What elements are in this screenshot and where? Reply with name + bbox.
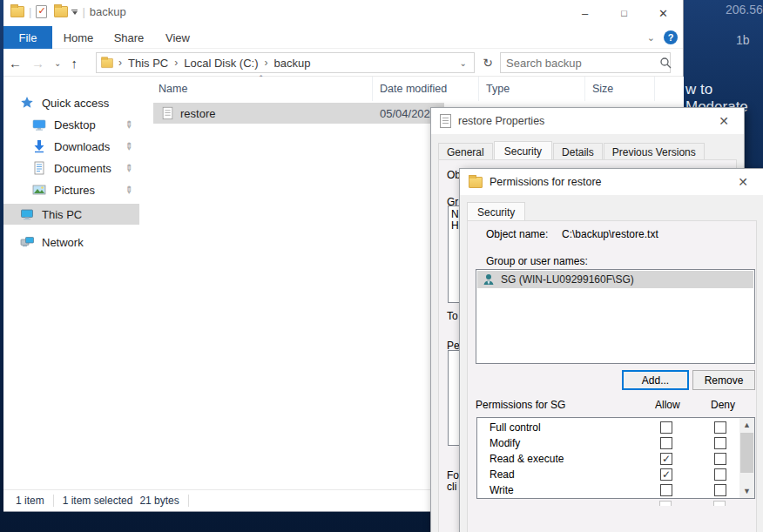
divider: | [29, 5, 31, 18]
ribbon-collapse-icon[interactable]: ⌄ [647, 32, 655, 44]
document-icon [31, 161, 47, 175]
allow-checkbox[interactable] [660, 437, 672, 449]
address-bar[interactable]: › This PC › Local Disk (C:) › backup ⌄ [96, 52, 475, 73]
tab-file[interactable]: File [3, 26, 52, 49]
sidebar-item-desktop[interactable]: Desktop ✎ [3, 114, 139, 135]
sidebar-item-downloads[interactable]: Downloads ✎ [3, 136, 139, 157]
clipped-checkbox [659, 501, 672, 506]
pin-icon: ✎ [122, 118, 136, 131]
deny-checkbox[interactable] [714, 453, 726, 465]
permission-row[interactable]: Write [477, 482, 739, 498]
deny-checkbox[interactable] [714, 468, 726, 481]
item-count: 1 item [16, 495, 44, 507]
permission-row[interactable]: Modify [477, 435, 739, 451]
sidebar-item-pictures[interactable]: Pictures ✎ [3, 179, 139, 200]
scrollbar-thumb[interactable] [740, 433, 753, 473]
search-input[interactable] [506, 57, 659, 70]
user-icon [482, 273, 496, 286]
permissions-for-label: Permissions for SG [476, 399, 565, 411]
group-or-user-names-label: Group or user names: [486, 255, 588, 267]
back-icon[interactable]: ← [9, 56, 22, 71]
divider [188, 495, 189, 507]
group-user-name: SG (WIN-LU09299160F\SG) [501, 273, 634, 286]
app-folder-icon [10, 6, 24, 17]
maximize-button[interactable]: □ [604, 0, 644, 26]
refresh-icon[interactable]: ↻ [478, 52, 497, 73]
forward-icon[interactable]: → [31, 56, 44, 71]
close-icon[interactable]: ✕ [725, 169, 761, 195]
object-name-label: Object name: [486, 228, 548, 240]
folder-icon[interactable] [54, 6, 68, 17]
search-box[interactable] [500, 52, 671, 73]
network-icon [19, 235, 35, 249]
column-header-size[interactable]: Size [585, 77, 655, 101]
allow-checkbox[interactable] [660, 468, 672, 481]
tab-view[interactable]: View [155, 26, 200, 49]
sidebar-item-documents[interactable]: Documents ✎ [3, 158, 139, 178]
column-header-name[interactable]: Name [139, 77, 373, 101]
minimize-button[interactable]: – [565, 0, 604, 26]
allow-checkbox[interactable] [660, 484, 672, 496]
star-icon [19, 96, 35, 110]
dialog-title-bar[interactable]: Permissions for restore [460, 169, 763, 195]
permission-name: Full control [490, 421, 541, 434]
tab-share[interactable]: Share [105, 26, 153, 49]
desktop-bg-text: 206.56 [726, 3, 763, 17]
column-header-type[interactable]: Type [479, 77, 585, 101]
sidebar-item-quick-access[interactable]: Quick access [3, 92, 139, 113]
permission-row[interactable]: Read [477, 467, 739, 482]
sidebar-item-this-pc[interactable]: This PC [3, 204, 139, 225]
occluded-advanced-hint-2: cli [447, 481, 456, 493]
qat-dropdown-icon[interactable] [71, 10, 78, 15]
scrollbar[interactable]: ▲ ▼ [739, 418, 754, 498]
dialog-title-bar[interactable]: restore Properties [431, 108, 744, 134]
selection-summary: 1 item selected [63, 495, 133, 507]
deny-checkbox[interactable] [714, 421, 726, 434]
title-bar[interactable]: | | backup – □ ✕ [3, 0, 683, 26]
add-button[interactable]: Add... [622, 370, 689, 390]
permission-row[interactable]: Read & execute [477, 451, 739, 467]
scroll-down-icon[interactable]: ▼ [739, 484, 754, 498]
permission-name: Write [490, 484, 514, 496]
scroll-up-icon[interactable]: ▲ [739, 418, 754, 432]
permission-row[interactable]: Full control [477, 420, 739, 435]
history-dropdown-icon[interactable]: ⌄ [54, 58, 61, 68]
breadcrumb-backup[interactable]: backup [273, 57, 310, 70]
up-icon[interactable]: ↑ [71, 56, 78, 71]
dialog-title: Permissions for restore [490, 176, 602, 188]
deny-checkbox[interactable] [714, 437, 726, 449]
column-header-date-modified[interactable]: Date modified [373, 77, 479, 101]
divider: | [82, 5, 84, 18]
object-name-value: C:\backup\restore.txt [562, 228, 658, 240]
breadcrumb-local-disk[interactable]: Local Disk (C:) [184, 57, 258, 70]
deny-column-label: Deny [711, 399, 735, 411]
help-icon[interactable]: ? [664, 30, 678, 44]
group-user-row-selected[interactable]: SG (WIN-LU09299160F\SG) [477, 271, 753, 288]
pin-icon: ✎ [122, 161, 136, 175]
sidebar-item-network[interactable]: Network [3, 232, 139, 253]
column-headers: Name Date modified Type Size [139, 77, 684, 101]
properties-check-icon[interactable] [36, 5, 47, 18]
permission-name: Read [490, 468, 515, 481]
allow-checkbox[interactable] [660, 453, 672, 465]
ribbon: File Home Share View ⌄ ? [3, 26, 683, 49]
pin-icon: ✎ [122, 183, 136, 197]
deny-checkbox[interactable] [714, 484, 726, 496]
breadcrumb-this-pc[interactable]: This PC [128, 57, 168, 70]
tab-home[interactable]: Home [54, 26, 103, 49]
close-icon[interactable]: ✕ [706, 108, 742, 134]
chevron-right-icon: › [118, 57, 122, 69]
allow-checkbox[interactable] [660, 421, 672, 434]
chevron-right-icon: › [264, 57, 267, 69]
allow-column-label: Allow [655, 399, 680, 411]
permissions-list[interactable]: ▲ ▼ Full controlModifyRead & executeRead… [476, 417, 755, 499]
close-button[interactable]: ✕ [644, 0, 683, 26]
selection-size: 21 bytes [139, 495, 179, 507]
address-dropdown-icon[interactable]: ⌄ [456, 58, 470, 68]
group-user-list[interactable]: SG (WIN-LU09299160F\SG) [476, 269, 755, 364]
search-icon[interactable] [659, 57, 672, 69]
clipped-checkbox [713, 501, 726, 506]
folder-icon [469, 177, 483, 188]
file-name[interactable]: restore [180, 107, 215, 120]
remove-button[interactable]: Remove [692, 370, 755, 390]
